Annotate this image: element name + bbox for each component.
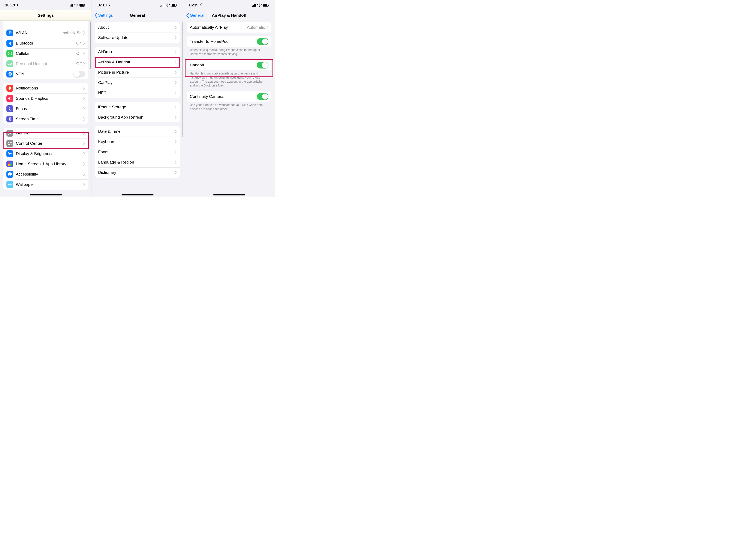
chevron-right-icon: [83, 183, 85, 186]
settings-row-notifications[interactable]: Notifications: [3, 83, 88, 93]
row-transfer-homepod[interactable]: Transfer to HomePod: [187, 36, 271, 47]
home-indicator[interactable]: [213, 194, 245, 196]
row-label: Screen Time: [16, 117, 83, 121]
speaker-icon: [6, 95, 13, 102]
chevron-right-icon: [83, 52, 85, 55]
sliders-icon: [6, 140, 13, 147]
battery-icon: [79, 4, 85, 7]
chevron-right-icon: [175, 81, 177, 84]
row-continuity-camera[interactable]: Continuity Camera: [187, 91, 271, 102]
row-label: Fonts: [98, 150, 175, 154]
general-row-nfc[interactable]: NFC: [95, 88, 180, 98]
settings-row-sounds[interactable]: Sounds & Haptics: [3, 93, 88, 104]
gear-icon: [6, 130, 13, 137]
nav-bar: Settings General: [92, 10, 183, 21]
scrollbar[interactable]: [182, 22, 183, 138]
wifi-icon: [257, 3, 262, 7]
row-label: VPN: [16, 72, 73, 76]
svg-rect-17: [8, 162, 10, 164]
settings-row-focus[interactable]: Focus: [3, 104, 88, 114]
globe-icon: [6, 71, 13, 78]
general-row-software-update[interactable]: Software Update: [95, 33, 180, 43]
settings-row-wlan[interactable]: WLAN mobitrix-5g: [3, 28, 88, 38]
status-time: 16:19: [189, 3, 198, 7]
svg-point-23: [9, 184, 10, 185]
svg-rect-10: [9, 89, 10, 90]
settings-row-homescreen[interactable]: Home Screen & App Library: [3, 159, 88, 169]
vpn-toggle[interactable]: [73, 71, 85, 78]
settings-row-accessibility[interactable]: Accessibility: [3, 169, 88, 179]
row-label: Handoff: [190, 63, 257, 67]
row-label: Background App Refresh: [98, 115, 175, 120]
chevron-right-icon: [83, 142, 85, 145]
cellular-signal-icon: [69, 4, 73, 7]
wifi-icon: [74, 3, 78, 7]
moon-icon: [108, 3, 111, 7]
back-button[interactable]: General: [186, 13, 204, 18]
general-row-keyboard[interactable]: Keyboard: [95, 137, 180, 147]
continuity-toggle[interactable]: [257, 93, 268, 100]
settings-row-control-center[interactable]: Control Center: [3, 138, 88, 149]
handoff-toggle[interactable]: [257, 62, 268, 69]
general-row-carplay[interactable]: CarPlay: [95, 78, 180, 88]
settings-row-vpn[interactable]: VPN: [3, 69, 88, 79]
sun-icon: [6, 150, 13, 157]
general-row-fonts[interactable]: Fonts: [95, 147, 180, 157]
svg-point-22: [9, 173, 10, 174]
settings-row-display[interactable]: Display & Brightness: [3, 149, 88, 159]
chevron-right-icon: [175, 50, 177, 54]
scrollbar[interactable]: [90, 22, 91, 69]
row-label: General: [16, 131, 83, 136]
row-label: AirDrop: [98, 49, 175, 54]
bell-icon: [6, 85, 13, 92]
svg-point-8: [9, 53, 10, 54]
row-auto-airplay[interactable]: Automatically AirPlay Automatic: [187, 22, 271, 33]
battery-icon: [263, 4, 269, 7]
general-row-about[interactable]: About: [95, 22, 180, 33]
transfer-toggle[interactable]: [257, 38, 268, 45]
svg-point-14: [9, 142, 10, 143]
general-row-bgrefresh[interactable]: Background App Refresh: [95, 112, 180, 123]
row-handoff[interactable]: Handoff: [187, 60, 271, 70]
settings-row-wallpaper[interactable]: Wallpaper: [3, 179, 88, 190]
general-row-airdrop[interactable]: AirDrop: [95, 47, 180, 57]
row-label: Control Center: [16, 141, 83, 146]
row-label: Automatically AirPlay: [190, 25, 247, 30]
back-button[interactable]: Settings: [94, 13, 113, 18]
general-row-storage[interactable]: iPhone Storage: [95, 102, 180, 112]
settings-row-hotspot[interactable]: Personal Hotspot Off: [3, 59, 88, 69]
chevron-right-icon: [266, 26, 268, 29]
row-label: Transfer to HomePod: [190, 39, 257, 44]
back-label: General: [190, 13, 204, 18]
flower-icon: [6, 181, 13, 188]
row-label: Wallpaper: [16, 182, 83, 187]
home-indicator[interactable]: [30, 194, 62, 196]
chevron-right-icon: [175, 105, 177, 109]
status-bar: 16:19: [92, 0, 183, 10]
settings-row-general[interactable]: General: [3, 128, 88, 138]
chevron-right-icon: [175, 60, 177, 64]
general-row-datetime[interactable]: Date & Time: [95, 126, 180, 137]
general-row-dictionary[interactable]: Dictionary: [95, 167, 180, 178]
general-row-airplay-handoff[interactable]: AirPlay & Handoff: [95, 57, 180, 67]
row-value: Automatic: [247, 25, 265, 30]
settings-row-screentime[interactable]: Screen Time: [3, 114, 88, 124]
moon-icon: [200, 3, 203, 7]
battery-icon: [171, 4, 177, 7]
settings-row-cellular[interactable]: Cellular Off: [3, 48, 88, 59]
nav-bar: Settings: [0, 10, 91, 21]
settings-row-bluetooth[interactable]: Bluetooth On: [3, 38, 88, 48]
row-label: WLAN: [16, 31, 61, 35]
home-indicator[interactable]: [121, 194, 154, 196]
handoff-footer: Handoff lets you start something on one …: [183, 70, 275, 88]
row-label: Accessibility: [16, 172, 83, 177]
chevron-right-icon: [175, 26, 177, 29]
chevron-right-icon: [175, 71, 177, 74]
general-row-pip[interactable]: Picture in Picture: [95, 67, 180, 78]
general-row-language[interactable]: Language & Region: [95, 157, 180, 167]
chevron-right-icon: [175, 150, 177, 154]
chevron-right-icon: [83, 132, 85, 135]
row-label: NFC: [98, 91, 175, 95]
moon-icon: [6, 105, 13, 112]
svg-rect-19: [8, 164, 10, 166]
